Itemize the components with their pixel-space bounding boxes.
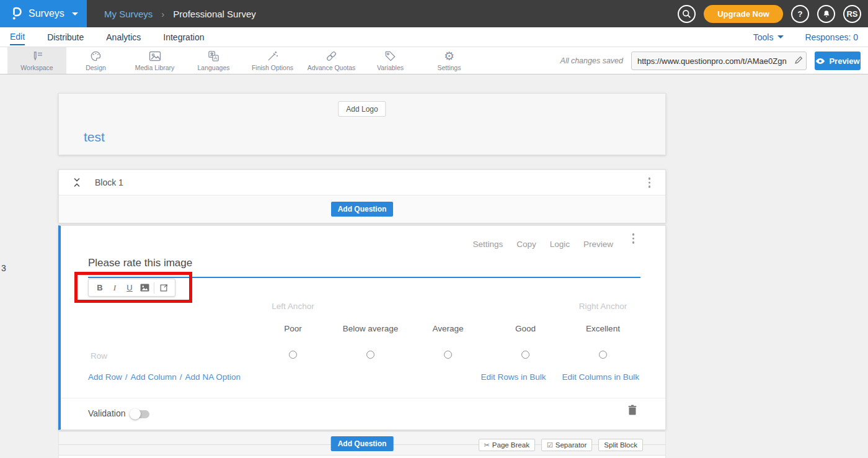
tag-icon [384, 50, 396, 63]
add-logo-button[interactable]: Add Logo [338, 101, 386, 117]
toolbar-item-advance-quotas[interactable]: Advance Quotas [302, 47, 361, 74]
radio-button[interactable] [289, 351, 297, 359]
question-copy-link[interactable]: Copy [516, 240, 536, 249]
radio-button[interactable] [599, 351, 607, 359]
chevron-down-icon [777, 35, 784, 38]
add-question-button[interactable]: Add Question [331, 202, 394, 217]
survey-header-card: Add Logo test [58, 93, 666, 155]
upgrade-now-button[interactable]: Upgrade Now [704, 5, 783, 23]
toolbar-item-label: Advance Quotas [308, 64, 356, 71]
page-break-label: Page Break [492, 441, 529, 449]
radio-button[interactable] [521, 351, 529, 359]
eye-icon [815, 58, 825, 65]
page-break-button[interactable]: ✂Page Break [479, 439, 535, 451]
add-links: Add Row/Add Column/Add NA Option [88, 372, 241, 382]
tools-label: Tools [753, 32, 774, 42]
tab-integration[interactable]: Integration [163, 29, 204, 45]
link-separator: / [125, 372, 128, 382]
validation-toggle[interactable] [131, 410, 149, 418]
notifications-button[interactable] [817, 5, 835, 23]
annotation-highlight [74, 272, 192, 303]
toolbar-item-settings[interactable]: ⚙ Settings [420, 47, 479, 74]
column-header[interactable]: Excellent [564, 324, 642, 333]
add-row-link[interactable]: Add Row [88, 372, 122, 382]
main-tabs: Edit Distribute Analytics Integration To… [0, 27, 868, 47]
radio-button[interactable] [366, 351, 374, 359]
toolbar-item-label: Finish Options [252, 64, 293, 71]
radio-row [254, 350, 642, 361]
toolbar-right: All changes saved Preview [560, 52, 861, 70]
help-button[interactable]: ? [791, 5, 809, 23]
workspace-icon [31, 50, 43, 63]
question-settings-link[interactable]: Settings [472, 240, 503, 249]
toolbar-item-design[interactable]: Design [66, 47, 125, 74]
toolbar-item-languages[interactable]: A Languages [184, 47, 243, 74]
tab-edit[interactable]: Edit [10, 29, 25, 45]
survey-title[interactable]: test [84, 130, 105, 145]
survey-url-input[interactable] [631, 52, 807, 70]
column-header[interactable]: Good [487, 324, 564, 333]
block-title[interactable]: Block 1 [95, 177, 123, 187]
column-headers-row: Poor Below average Average Good Excellen… [254, 324, 642, 333]
block-header: Block 1 [59, 170, 665, 195]
delete-question-button[interactable] [628, 405, 637, 418]
questionpro-logo-icon [10, 6, 22, 22]
column-header[interactable]: Below average [332, 324, 409, 333]
preview-button[interactable]: Preview [815, 52, 861, 70]
top-header: Surveys My Surveys › Professional Survey… [0, 0, 868, 27]
question-logic-link[interactable]: Logic [550, 240, 570, 249]
avatar[interactable]: RS [843, 5, 861, 23]
radio-button[interactable] [444, 351, 452, 359]
responses-count[interactable]: Responses: 0 [805, 32, 858, 42]
breadcrumb-separator-icon: › [161, 9, 164, 19]
toolbar-item-media-library[interactable]: Media Library [125, 47, 184, 74]
question-text[interactable]: Please rate this image [88, 257, 192, 269]
bell-icon [822, 9, 831, 19]
pencil-icon [794, 55, 804, 65]
toolbar-item-label: Design [86, 64, 106, 71]
preview-label: Preview [829, 56, 859, 66]
divider [61, 398, 665, 398]
validation-label: Validation [88, 408, 125, 418]
gear-icon: ⚙ [444, 50, 454, 63]
toolbar-item-finish-options[interactable]: Finish Options [243, 47, 302, 74]
breadcrumb-my-surveys[interactable]: My Surveys [104, 9, 153, 19]
block-menu-button[interactable] [649, 177, 651, 188]
image-icon [149, 50, 161, 63]
block-footer: Add Question ✂Page Break ☑Separator Spli… [58, 431, 666, 458]
toolbar-item-label: Variables [377, 64, 404, 71]
add-question-button-bottom[interactable]: Add Question [331, 436, 394, 451]
search-button[interactable] [678, 5, 696, 23]
column-header[interactable]: Average [409, 324, 487, 333]
split-block-label: Split Block [604, 441, 637, 449]
split-block-button[interactable]: Split Block [598, 439, 643, 451]
breadcrumb: My Surveys › Professional Survey [104, 0, 256, 27]
question-menu-button[interactable] [632, 233, 635, 244]
tools-menu[interactable]: Tools [753, 32, 784, 42]
collapse-block-button[interactable] [73, 177, 81, 190]
toolbar-item-label: Media Library [135, 64, 175, 71]
add-na-option-link[interactable]: Add NA Option [185, 372, 241, 382]
add-column-link[interactable]: Add Column [131, 372, 177, 382]
tab-distribute[interactable]: Distribute [47, 29, 84, 45]
trash-icon [628, 405, 637, 415]
question-preview-link[interactable]: Preview [583, 240, 613, 249]
separator-label: Separator [556, 441, 587, 449]
edit-columns-bulk-link[interactable]: Edit Columns in Bulk [562, 372, 639, 382]
toolbar-item-workspace[interactable]: Workspace [7, 47, 66, 74]
question-menu: Settings Copy Logic Preview [472, 240, 613, 249]
separator-button[interactable]: ☑Separator [541, 439, 592, 451]
collapse-icon [73, 177, 81, 187]
toolbar-item-variables[interactable]: Variables [361, 47, 420, 74]
editor-toolbar: Workspace Design Media Library A Languag… [0, 47, 868, 74]
product-name: Surveys [29, 8, 64, 19]
edit-rows-bulk-link[interactable]: Edit Rows in Bulk [480, 372, 546, 382]
column-header[interactable]: Poor [254, 324, 332, 333]
left-anchor-field[interactable]: Left Anchor [272, 302, 314, 311]
row-label-field[interactable]: Row [91, 351, 107, 361]
edit-url-button[interactable] [794, 55, 804, 67]
right-anchor-field[interactable]: Right Anchor [579, 302, 627, 311]
product-switcher[interactable]: Surveys [0, 0, 87, 27]
survey-url-wrap [631, 52, 807, 70]
tab-analytics[interactable]: Analytics [106, 29, 141, 45]
